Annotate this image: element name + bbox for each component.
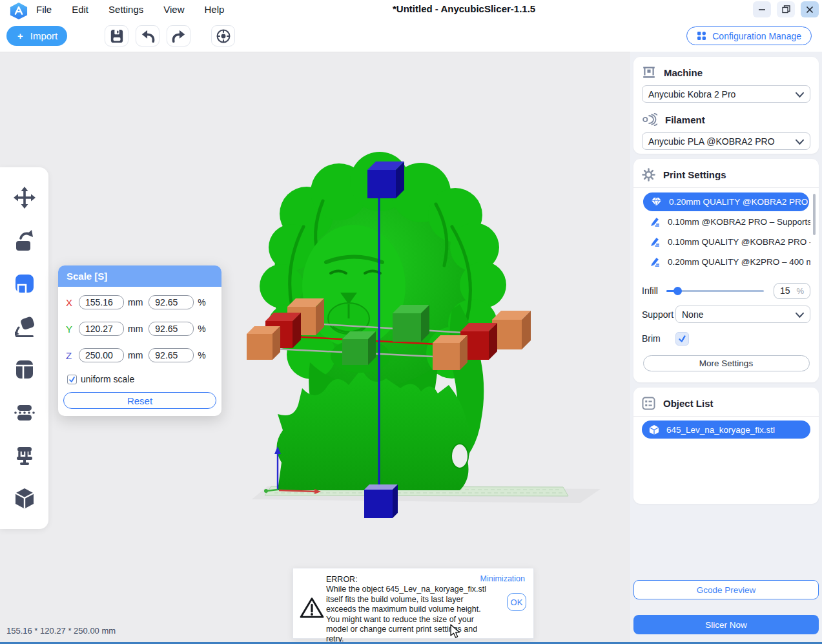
scale-tool-button[interactable]	[12, 271, 37, 296]
more-settings-button[interactable]: More Settings	[643, 355, 810, 371]
import-button[interactable]: + Import	[6, 26, 67, 46]
gizmo-handle-z-bottom[interactable]	[364, 484, 398, 518]
support-selected-value: None	[682, 309, 703, 320]
minimization-link[interactable]: Minimization	[480, 574, 525, 583]
restore-button[interactable]	[777, 1, 795, 17]
redo-button[interactable]	[167, 25, 190, 47]
minimize-button[interactable]	[753, 1, 771, 17]
brim-row: Brim	[642, 331, 810, 346]
import-label: Import	[30, 30, 58, 41]
error-dialog: ERROR: While the object 645_Lev_na_korya…	[293, 568, 534, 639]
object-list-item-selected[interactable]: 645_Lev_na_koryage_fix.stl	[642, 421, 810, 439]
divider	[633, 416, 819, 417]
cut-icon	[12, 400, 37, 425]
brim-checkbox[interactable]	[675, 332, 689, 346]
reset-button[interactable]: Reset	[63, 392, 216, 409]
scale-z-percent-input[interactable]	[149, 348, 194, 362]
pencil-list-icon	[648, 257, 662, 267]
scale-y-mm-input[interactable]	[79, 322, 124, 336]
print-profile-label: 0.20mm QUALITY @KOBRA2 PRO	[669, 197, 808, 207]
configuration-manage-label: Configuration Manage	[712, 31, 801, 41]
warning-icon	[300, 597, 324, 619]
axis-x-label: X	[66, 297, 79, 308]
gizmo-handle-z-top[interactable]	[367, 161, 404, 198]
support-row: Support None	[642, 306, 810, 323]
scale-z-mm-input[interactable]	[79, 348, 124, 362]
scale-row-y: Y mm %	[66, 321, 214, 337]
scale-y-percent-input[interactable]	[149, 322, 194, 336]
right-panel: Machine Anycubic Kobra 2 Pro Filament An…	[630, 52, 822, 644]
rotate-tool-button[interactable]	[12, 228, 37, 254]
print-profile-item-selected[interactable]: 0.20mm QUALITY @KOBRA2 PRO	[643, 192, 809, 211]
scale-x-mm-input[interactable]	[79, 295, 124, 309]
menu-edit[interactable]: Edit	[70, 3, 90, 16]
gizmo-handle-corner-front-right[interactable]	[433, 335, 468, 370]
error-prefix: ERROR:	[326, 575, 495, 585]
plus-icon: +	[17, 30, 23, 41]
error-body: While the object 645_Lev_na_koryage_fix.…	[326, 585, 495, 644]
support-paint-tool-button[interactable]	[12, 442, 37, 468]
left-toolbar	[0, 167, 48, 529]
gizmo-handle-corner-front-left[interactable]	[247, 326, 280, 360]
slice-now-button[interactable]: Slicer Now	[633, 615, 819, 634]
print-profile-item[interactable]: 0.20mm QUALITY @K2PRO – 400 mm	[642, 252, 810, 272]
lay-flat-tool-button[interactable]	[12, 314, 37, 340]
print-profile-item[interactable]: 0.10mm QUALITY @KOBRA2 PRO -Big	[642, 232, 810, 252]
menu-file[interactable]: File	[34, 3, 54, 16]
print-profiles-scrollbar[interactable]	[813, 194, 816, 235]
split-tool-button[interactable]	[12, 357, 37, 382]
support-select[interactable]: None	[675, 306, 810, 323]
close-button[interactable]	[801, 1, 819, 17]
orient-view-button[interactable]	[211, 25, 235, 47]
scale-dialog: Scale [S] X mm % Y mm % Z mm %	[58, 265, 221, 416]
filament-icon	[642, 113, 657, 126]
infill-slider[interactable]	[666, 290, 764, 292]
gizmo-handle-y-rear[interactable]	[393, 305, 429, 342]
window-title: *Untitled - AnycubicSlicer-1.1.5	[393, 3, 535, 14]
menu-view[interactable]: View	[161, 3, 186, 16]
print-profile-label: 0.10mm @KOBRA2 PRO – Supports	[668, 217, 810, 227]
infill-slider-handle[interactable]	[673, 287, 682, 295]
pencil-list-icon	[648, 217, 662, 227]
configuration-manage-button[interactable]: Configuration Manage	[686, 26, 812, 45]
print-profile-item[interactable]: 0.10mm @KOBRA2 PRO – Supports	[642, 212, 810, 232]
infill-value: 15	[780, 286, 790, 296]
machine-section-title: Machine	[664, 67, 703, 78]
scale-dialog-title[interactable]: Scale [S]	[58, 265, 221, 287]
menu-help[interactable]: Help	[202, 3, 226, 16]
gem-icon	[649, 197, 663, 207]
undo-icon	[140, 29, 156, 43]
scale-x-percent-input[interactable]	[149, 295, 194, 309]
save-button[interactable]	[105, 25, 128, 47]
machine-select[interactable]: Anycubic Kobra 2 Pro	[642, 85, 810, 103]
print-profile-label: 0.10mm QUALITY @KOBRA2 PRO -Big	[668, 237, 810, 247]
cut-tool-button[interactable]	[12, 400, 37, 426]
lay-flat-icon	[12, 315, 37, 339]
gcode-preview-button[interactable]: Gcode Preview	[633, 580, 819, 599]
infill-value-box[interactable]: 15 %	[774, 283, 810, 299]
seam-cube-icon	[12, 486, 37, 511]
percent-unit-label: %	[198, 350, 205, 360]
move-tool-button[interactable]	[12, 185, 37, 211]
filament-selected-value: Anycubic PLA @KOBRA2 PRO	[648, 136, 775, 147]
uniform-scale-checkbox[interactable]	[67, 375, 77, 384]
filament-select[interactable]: Anycubic PLA @KOBRA2 PRO	[642, 132, 810, 150]
error-message: ERROR: While the object 645_Lev_na_korya…	[326, 575, 495, 644]
split-icon	[12, 357, 37, 382]
undo-button[interactable]	[136, 25, 159, 47]
cube-icon	[648, 424, 660, 435]
gizmo-handle-y-front[interactable]	[342, 331, 376, 365]
menu-bar: File Edit Settings View Help	[34, 3, 226, 16]
viewport-3d[interactable]: Scale [S] X mm % Y mm % Z mm %	[0, 52, 630, 644]
menu-settings[interactable]: Settings	[107, 3, 145, 16]
object-list-icon	[642, 397, 655, 410]
crosshair-icon	[216, 28, 231, 44]
model-dimensions-status: 155.16 * 120.27 * 250.00 mm	[6, 626, 116, 636]
seam-tool-button[interactable]	[12, 486, 37, 512]
ok-button[interactable]: OK	[507, 593, 526, 611]
machine-icon	[642, 65, 656, 79]
print-profile-label: 0.20mm QUALITY @K2PRO – 400 mm	[668, 257, 810, 267]
support-paint-icon	[12, 443, 37, 468]
infill-label: Infill	[642, 286, 658, 296]
gizmo-handle-corner-rear-right[interactable]	[492, 311, 531, 349]
